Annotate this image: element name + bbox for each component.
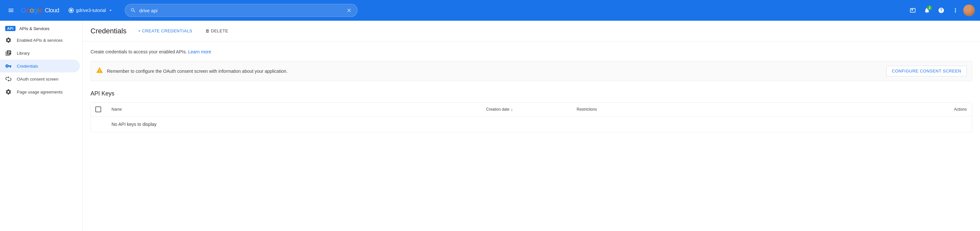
- content-area: Create credentials to access your enable…: [83, 41, 980, 140]
- sort-icon: ↓: [511, 107, 513, 112]
- shell-icon-button[interactable]: [906, 4, 919, 17]
- topbar-right: 2: [906, 4, 975, 17]
- table-header-name: Name: [107, 103, 481, 116]
- sidebar-item-credentials[interactable]: Credentials: [0, 59, 80, 72]
- avatar[interactable]: [963, 5, 975, 16]
- google-cloud-logo: Google Cloud: [21, 6, 59, 14]
- notification-badge: 2: [927, 5, 932, 10]
- search-clear-icon[interactable]: [346, 8, 352, 13]
- credentials-icon: [5, 63, 12, 69]
- sidebar: API APIs & Services Enabled APIs & servi…: [0, 21, 83, 231]
- sidebar-item-label-page-usage: Page usage agreements: [17, 89, 63, 94]
- api-keys-section-title: API Keys: [91, 90, 972, 97]
- configure-consent-button[interactable]: CONFIGURE CONSENT SCREEN: [886, 66, 967, 76]
- more-options-button[interactable]: [949, 4, 962, 17]
- sidebar-item-library[interactable]: Library: [0, 46, 80, 59]
- sidebar-item-label-credentials: Credentials: [17, 64, 38, 69]
- project-name: gdrive3-tutorial: [76, 8, 106, 13]
- notifications-button[interactable]: 2: [921, 4, 934, 17]
- search-input[interactable]: [139, 8, 343, 13]
- page-header: Credentials + CREATE CREDENTIALS 🗑 DELET…: [83, 21, 980, 41]
- warning-text: Remember to configure the OAuth consent …: [107, 69, 882, 74]
- table-header-restrictions: Restrictions: [571, 103, 946, 116]
- page-title: Credentials: [91, 27, 126, 35]
- sidebar-section-header: API APIs & Services: [0, 23, 83, 33]
- sidebar-item-page-usage[interactable]: Page usage agreements: [0, 85, 80, 98]
- delete-button[interactable]: 🗑 DELETE: [201, 26, 232, 36]
- sidebar-item-label-library: Library: [17, 51, 30, 56]
- sidebar-item-enabled-apis[interactable]: Enabled APIs & services: [0, 33, 80, 46]
- table-header-checkbox[interactable]: [91, 102, 107, 116]
- topbar: Google Cloud gdrive3-tutorial 2: [0, 0, 980, 21]
- menu-icon[interactable]: [5, 5, 17, 16]
- main-content: Credentials + CREATE CREDENTIALS 🗑 DELET…: [83, 21, 980, 231]
- svg-point-1: [70, 10, 72, 11]
- table-empty-message: No API keys to display: [91, 116, 972, 132]
- warning-icon: [96, 67, 103, 75]
- info-text: Create credentials to access your enable…: [91, 49, 972, 54]
- enabled-apis-icon: [5, 37, 12, 43]
- sidebar-item-label-oauth: OAuth consent screen: [17, 76, 59, 81]
- library-icon: [5, 50, 12, 56]
- oauth-icon: [5, 76, 12, 82]
- project-selector[interactable]: gdrive3-tutorial: [65, 5, 116, 15]
- page-usage-icon: [5, 89, 12, 95]
- avatar-image: [963, 5, 975, 16]
- search-bar: [125, 4, 358, 17]
- table-header-creation-date[interactable]: Creation date ↓: [481, 103, 571, 116]
- api-keys-table: Name Creation date ↓ Restrictions Action…: [91, 102, 972, 132]
- table-header-actions: Actions: [946, 103, 972, 116]
- create-credentials-button[interactable]: + CREATE CREDENTIALS: [134, 26, 196, 36]
- help-button[interactable]: [935, 4, 948, 17]
- sidebar-item-oauth[interactable]: OAuth consent screen: [0, 72, 80, 85]
- app-layout: API APIs & Services Enabled APIs & servi…: [0, 21, 980, 231]
- sidebar-section-title: APIs & Services: [19, 26, 49, 31]
- header-actions: + CREATE CREDENTIALS 🗑 DELETE: [134, 26, 232, 36]
- learn-more-link[interactable]: Learn more: [188, 49, 212, 54]
- select-all-checkbox[interactable]: [95, 107, 101, 112]
- search-icon: [130, 8, 136, 13]
- table-header: Name Creation date ↓ Restrictions Action…: [91, 102, 972, 116]
- api-badge: API: [5, 26, 16, 31]
- sidebar-item-label-enabled-apis: Enabled APIs & services: [17, 38, 63, 43]
- warning-banner: Remember to configure the OAuth consent …: [91, 61, 972, 81]
